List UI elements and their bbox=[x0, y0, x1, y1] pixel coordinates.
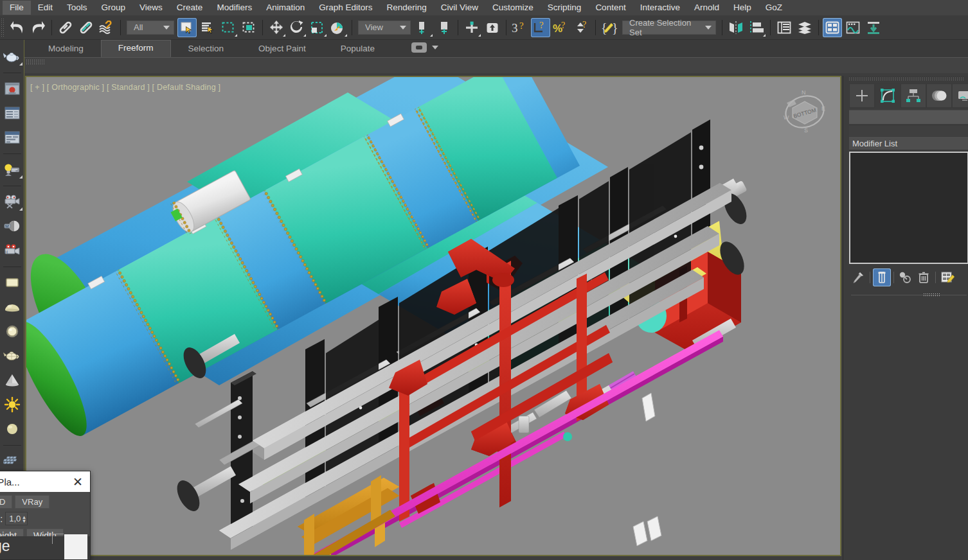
unlink-selection-icon[interactable] bbox=[76, 18, 96, 37]
rendered-frame-settings-icon[interactable] bbox=[2, 126, 22, 149]
menu-item-file[interactable]: File bbox=[3, 1, 31, 15]
selection-filter-dropdown[interactable]: All bbox=[127, 21, 174, 35]
command-panel-drag-handle[interactable] bbox=[848, 77, 964, 82]
use-selection-center-icon[interactable] bbox=[435, 18, 454, 37]
ribbon-drag-handle[interactable] bbox=[26, 59, 45, 64]
dome-primitive-icon[interactable] bbox=[2, 295, 22, 319]
menu-item-civil-view[interactable]: Civil View bbox=[434, 1, 485, 15]
tab-freeform[interactable]: Freeform bbox=[101, 40, 171, 57]
sphere-shading-icon[interactable] bbox=[2, 214, 22, 238]
curve-editor-icon[interactable] bbox=[843, 18, 863, 37]
layer-explorer-icon[interactable] bbox=[775, 18, 794, 37]
named-selection-sets-icon[interactable]: { } bbox=[600, 18, 619, 37]
undo-icon[interactable] bbox=[8, 18, 27, 37]
menu-item-modifiers[interactable]: Modifiers bbox=[210, 1, 259, 15]
select-by-name-icon[interactable] bbox=[198, 18, 217, 37]
object-name-input[interactable] bbox=[849, 110, 968, 124]
target-helper-icon[interactable]: H bbox=[2, 239, 22, 262]
camera-icon[interactable] bbox=[2, 190, 22, 213]
modifier-list-label[interactable]: Modifier List bbox=[849, 137, 968, 150]
panel-splitter[interactable] bbox=[851, 292, 967, 298]
object-color-row[interactable] bbox=[849, 126, 968, 136]
grid-pattern-icon[interactable] bbox=[2, 450, 22, 473]
use-pivot-center-icon[interactable] bbox=[414, 18, 433, 37]
spinner-down-icon[interactable]: ▾ bbox=[22, 519, 26, 523]
sphere-material-icon[interactable] bbox=[2, 417, 22, 441]
window-crossing-icon[interactable] bbox=[239, 18, 258, 37]
redo-icon[interactable] bbox=[28, 18, 48, 37]
pin-icon[interactable] bbox=[849, 268, 867, 286]
reference-coordinate-system-dropdown[interactable]: View bbox=[358, 21, 411, 35]
configure-sets-icon[interactable] bbox=[938, 268, 956, 286]
render-to-texture-icon[interactable] bbox=[864, 18, 883, 37]
viewport-orthographic[interactable]: [ + ] [ Orthographic ] [ Standard ] [ De… bbox=[26, 77, 840, 555]
menu-item-customize[interactable]: Customize bbox=[485, 1, 541, 15]
size-spinner[interactable]: 1,0 ▴ ▾ bbox=[5, 512, 28, 525]
render-setup-icon[interactable] bbox=[2, 101, 22, 125]
renderer-tab-vray[interactable]: VRay bbox=[15, 495, 49, 509]
modify-tab[interactable] bbox=[875, 83, 901, 108]
toolbar-drag-handle[interactable] bbox=[1, 18, 5, 37]
motion-tab[interactable] bbox=[926, 83, 952, 108]
ribbon-options-icon[interactable] bbox=[411, 42, 427, 53]
tab-populate[interactable]: Populate bbox=[323, 40, 392, 57]
select-and-move-icon[interactable] bbox=[267, 18, 286, 37]
plane-primitive-icon[interactable] bbox=[2, 271, 22, 294]
align-icon[interactable] bbox=[483, 18, 502, 37]
make-unique-icon[interactable] bbox=[897, 268, 915, 286]
cone-primitive-icon[interactable] bbox=[2, 369, 22, 392]
tab-object-paint[interactable]: Object Paint bbox=[241, 40, 323, 57]
percent-snap-toggle-icon[interactable]: ? bbox=[531, 18, 550, 37]
align-objects-icon[interactable] bbox=[747, 18, 766, 37]
bind-to-space-warp-icon[interactable] bbox=[97, 18, 116, 37]
create-tab[interactable] bbox=[849, 83, 875, 108]
spinner-arrows-icon[interactable]: ▴ ▾ bbox=[22, 515, 26, 523]
view-cube[interactable]: N E S W BOTTOM bbox=[778, 87, 831, 136]
viewport-label[interactable]: [ + ] [ Orthographic ] [ Standard ] [ De… bbox=[30, 83, 220, 92]
select-and-rotate-icon[interactable] bbox=[287, 18, 307, 37]
hierarchy-tab[interactable] bbox=[901, 83, 926, 108]
spinner-updown-icon[interactable]: ? bbox=[572, 18, 591, 37]
tab-modeling[interactable]: Modeling bbox=[31, 40, 101, 57]
teapot-primitive-icon[interactable] bbox=[2, 344, 22, 367]
teapot-preview-icon[interactable] bbox=[2, 45, 22, 68]
menu-item-group[interactable]: Group bbox=[94, 1, 133, 15]
menu-item-content[interactable]: Content bbox=[588, 1, 632, 15]
select-and-link-icon[interactable] bbox=[56, 18, 75, 37]
select-and-scale-icon[interactable] bbox=[308, 18, 327, 37]
menu-item-tools[interactable]: Tools bbox=[60, 1, 94, 15]
render-frame-window-icon[interactable] bbox=[2, 77, 22, 100]
close-icon[interactable]: ✕ bbox=[69, 473, 86, 490]
sun-light-icon[interactable] bbox=[2, 393, 22, 416]
named-selection-set-input[interactable]: Create Selection Set bbox=[622, 21, 716, 35]
light-lister-icon[interactable] bbox=[2, 158, 22, 181]
renderer-tab-mr-and[interactable]: mr A&D bbox=[0, 495, 12, 509]
menu-item-graph-editors[interactable]: Graph Editors bbox=[312, 1, 379, 15]
menu-item-goz[interactable]: GoZ bbox=[758, 1, 789, 15]
scene-explorer-icon[interactable] bbox=[795, 18, 814, 37]
preview-swatch[interactable] bbox=[64, 534, 87, 560]
chevron-down-icon[interactable] bbox=[432, 46, 438, 49]
sphere-primitive-icon[interactable] bbox=[2, 320, 22, 343]
menu-item-help[interactable]: Help bbox=[726, 1, 758, 15]
angle-snap-toggle-icon[interactable]: 3 ? bbox=[510, 18, 530, 37]
menu-item-edit[interactable]: Edit bbox=[31, 1, 60, 15]
menu-item-rendering[interactable]: Rendering bbox=[380, 1, 434, 15]
select-object-icon[interactable] bbox=[177, 18, 197, 37]
snap-toggle-icon[interactable] bbox=[462, 18, 481, 37]
menu-item-views[interactable]: Views bbox=[132, 1, 170, 15]
material-editor-icon[interactable] bbox=[823, 18, 842, 37]
menu-item-interactive[interactable]: Interactive bbox=[633, 1, 687, 15]
trash-icon[interactable] bbox=[915, 268, 933, 286]
menu-item-create[interactable]: Create bbox=[170, 1, 210, 15]
spinner-snap-toggle-icon[interactable]: % ? bbox=[551, 18, 571, 37]
rectangular-selection-region-icon[interactable] bbox=[219, 18, 238, 37]
display-tab[interactable] bbox=[952, 83, 968, 108]
dialog-title-bar[interactable]: Reference Pla... ✕ bbox=[0, 471, 90, 492]
reference-plane-dialog[interactable]: Reference Pla... ✕ rd mr A&D VRay : 0,45… bbox=[0, 471, 91, 560]
show-end-result-icon[interactable] bbox=[873, 268, 891, 286]
select-and-place-icon[interactable] bbox=[328, 18, 348, 37]
mirror-icon[interactable] bbox=[726, 18, 746, 37]
tab-selection[interactable]: Selection bbox=[171, 40, 242, 57]
menu-item-arnold[interactable]: Arnold bbox=[687, 1, 726, 15]
